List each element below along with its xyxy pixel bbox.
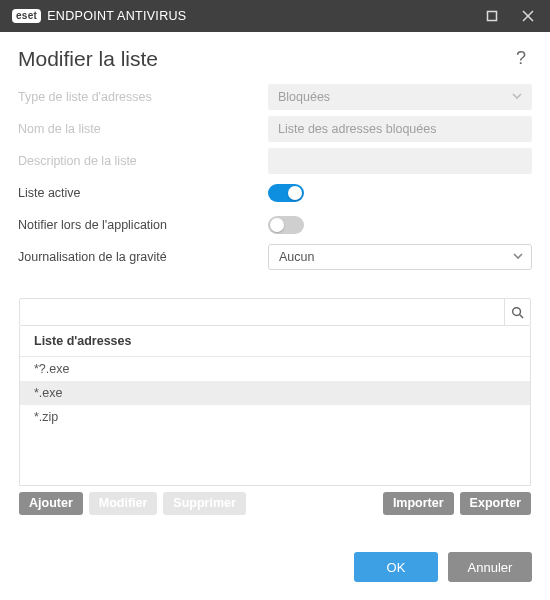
svg-point-3 — [513, 307, 521, 315]
row-list-active: Liste active — [18, 177, 532, 209]
label-severity: Journalisation de la gravité — [18, 244, 268, 270]
chevron-down-icon — [513, 250, 523, 264]
page-title: Modifier la liste — [18, 47, 158, 71]
help-icon: ? — [516, 48, 526, 68]
row-list-description: Description de la liste — [18, 145, 532, 177]
help-button[interactable]: ? — [510, 46, 532, 71]
label-list-description: Description de la liste — [18, 148, 268, 174]
close-icon — [522, 10, 534, 22]
dialog-footer: OK Annuler — [18, 538, 532, 600]
row-list-name: Nom de la liste Liste des adresses bloqu… — [18, 113, 532, 145]
label-list-name: Nom de la liste — [18, 116, 268, 142]
brand-badge: eset — [12, 9, 41, 23]
list-item[interactable]: *.zip — [20, 405, 530, 429]
select-severity-value: Aucun — [279, 250, 314, 264]
import-button[interactable]: Importer — [383, 492, 454, 515]
field-list-description — [268, 148, 532, 174]
search-row — [19, 298, 531, 326]
address-list-panel: Liste d'adresses *?.exe *.exe *.zip Ajou… — [18, 297, 532, 516]
search-input[interactable] — [20, 299, 504, 325]
svg-rect-0 — [488, 12, 497, 21]
window-maximize-button[interactable] — [474, 0, 510, 32]
row-severity: Journalisation de la gravité Aucun — [18, 241, 532, 273]
value-list-name: Liste des adresses bloquées — [278, 122, 436, 136]
list-item[interactable]: *.exe — [20, 381, 530, 405]
titlebar: eset ENDPOINT ANTIVIRUS — [0, 0, 550, 32]
maximize-icon — [486, 10, 498, 22]
field-address-list-type: Bloquées — [268, 84, 532, 110]
product-name: ENDPOINT ANTIVIRUS — [47, 9, 186, 23]
cancel-button[interactable]: Annuler — [448, 552, 532, 582]
add-button[interactable]: Ajouter — [19, 492, 83, 515]
chevron-down-icon — [512, 90, 522, 104]
search-icon — [511, 306, 524, 319]
delete-button: Supprimer — [163, 492, 246, 515]
content: Modifier la liste ? Type de liste d'adre… — [0, 32, 550, 600]
toggle-notify[interactable] — [268, 216, 304, 234]
row-address-list-type: Type de liste d'adresses Bloquées — [18, 81, 532, 113]
address-list-header: Liste d'adresses — [20, 326, 530, 357]
edit-button: Modifier — [89, 492, 158, 515]
ok-button[interactable]: OK — [354, 552, 438, 582]
label-notify: Notifier lors de l'application — [18, 212, 268, 238]
search-button[interactable] — [504, 299, 530, 325]
svg-line-4 — [520, 314, 524, 318]
export-button[interactable]: Exporter — [460, 492, 531, 515]
toggle-knob — [288, 186, 302, 200]
list-actions: Ajouter Modifier Supprimer Importer Expo… — [19, 492, 531, 515]
window-close-button[interactable] — [510, 0, 546, 32]
label-address-list-type: Type de liste d'adresses — [18, 84, 268, 110]
select-severity[interactable]: Aucun — [268, 244, 532, 270]
address-list[interactable]: Liste d'adresses *?.exe *.exe *.zip — [19, 326, 531, 486]
list-item[interactable]: *?.exe — [20, 357, 530, 381]
row-notify: Notifier lors de l'application — [18, 209, 532, 241]
heading-row: Modifier la liste ? — [18, 46, 532, 71]
field-list-name: Liste des adresses bloquées — [268, 116, 532, 142]
value-address-list-type: Bloquées — [278, 90, 330, 104]
toggle-knob — [270, 218, 284, 232]
brand: eset ENDPOINT ANTIVIRUS — [12, 9, 186, 23]
toggle-list-active[interactable] — [268, 184, 304, 202]
label-list-active: Liste active — [18, 180, 268, 206]
